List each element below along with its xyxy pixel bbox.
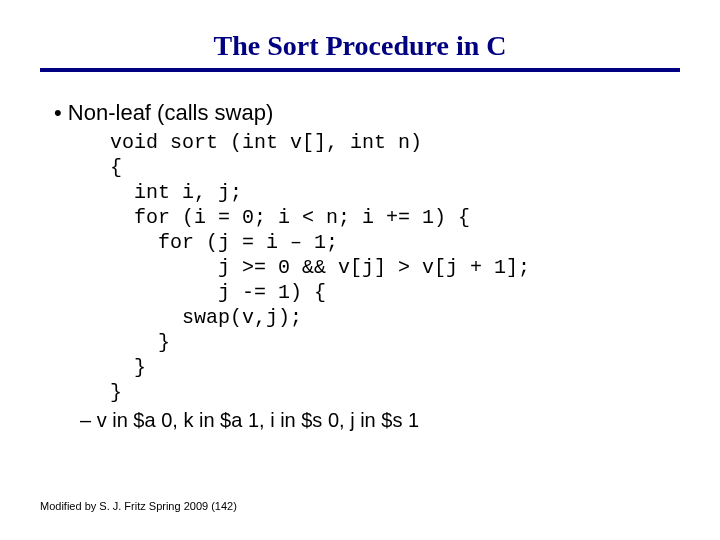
title-rule bbox=[40, 68, 680, 72]
slide-title: The Sort Procedure in C bbox=[40, 30, 680, 62]
slide-footer: Modified by S. J. Fritz Spring 2009 (142… bbox=[40, 500, 237, 512]
bullet-list: Non-leaf (calls swap) bbox=[54, 100, 680, 126]
slide: The Sort Procedure in C Non-leaf (calls … bbox=[0, 0, 720, 540]
code-block: void sort (int v[], int n) { int i, j; f… bbox=[110, 130, 680, 405]
sub-bullet-registers: v in $a 0, k in $a 1, i in $s 0, j in $s… bbox=[80, 409, 680, 432]
bullet-nonleaf: Non-leaf (calls swap) bbox=[54, 100, 680, 126]
sub-bullet-list: v in $a 0, k in $a 1, i in $s 0, j in $s… bbox=[80, 409, 680, 432]
